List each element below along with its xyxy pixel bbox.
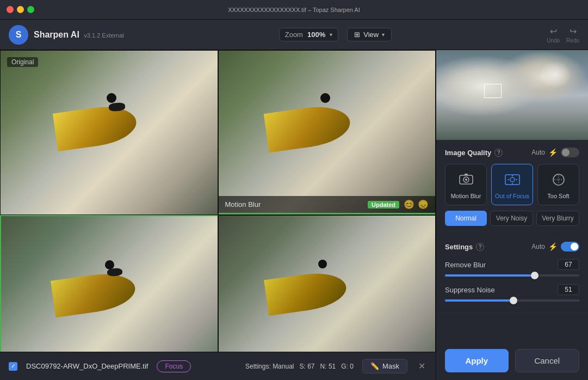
settings-help-icon[interactable]: ? <box>476 243 484 251</box>
model-cards: Motion Blur Out of Focus <box>445 164 579 205</box>
suppress-noise-slider-row: Suppress Noise 51 <box>445 284 579 302</box>
settings-g: G: 0 <box>341 363 354 370</box>
suppress-noise-value[interactable]: 51 <box>558 284 579 295</box>
settings-title: Settings ? <box>445 243 484 251</box>
image-quality-help-icon[interactable]: ? <box>494 149 503 157</box>
out-of-focus-model-icon <box>503 170 522 189</box>
model-card-motion-blur[interactable]: Motion Blur <box>445 164 487 205</box>
remove-blur-fill <box>445 274 535 277</box>
preview-selection-box[interactable] <box>484 84 502 98</box>
apply-button[interactable]: Apply <box>445 349 509 372</box>
zoom-label: Zoom <box>285 30 303 39</box>
bottom-bar: ✓ DSC09792-ARW_DxO_DeepPRIME.tif Focus S… <box>0 352 436 380</box>
mask-button[interactable]: ✏️ Mask <box>362 359 407 373</box>
canvas-cell-motion-blur[interactable]: Motion Blur Updated 😊 😞 <box>218 50 436 215</box>
image-quality-toggle[interactable] <box>561 148 579 157</box>
settings-toggle[interactable] <box>561 242 579 252</box>
header-right: ↩ Undo ↪ Redo <box>547 26 579 44</box>
noise-type-buttons: Normal Very Noisy Very Blurry <box>445 211 579 226</box>
canvas-area: Original Motion Blur Updated 😊 😞 <box>0 50 436 380</box>
too-soft-model-icon <box>549 170 568 189</box>
settings-mode: Manual <box>273 363 294 370</box>
svg-rect-3 <box>465 174 468 175</box>
model-card-too-soft[interactable]: Too Soft <box>537 164 579 205</box>
mask-pencil-icon: ✏️ <box>370 362 379 370</box>
motion-blur-model-icon <box>456 170 476 189</box>
settings-n: N: 51 <box>320 363 336 370</box>
remove-blur-track[interactable] <box>445 274 579 277</box>
svg-point-2 <box>465 179 467 181</box>
noise-btn-very-blurry[interactable]: Very Blurry <box>536 211 579 226</box>
out-of-focus-model-label: Out of Focus <box>495 193 529 199</box>
remove-blur-thumb[interactable] <box>531 272 539 279</box>
undo-redo-group: ↩ Undo ↪ Redo <box>547 26 579 44</box>
image-quality-header: Image Quality ? Auto ⚡ <box>445 148 579 157</box>
fullscreen-button[interactable] <box>27 6 34 13</box>
motion-blur-emoji-row: 😊 😞 <box>404 199 429 210</box>
model-card-out-of-focus[interactable]: Out of Focus <box>491 164 533 205</box>
redo-button[interactable]: ↪ Redo <box>566 26 579 44</box>
suppress-noise-fill <box>445 299 513 302</box>
settings-header: Settings ? Auto ⚡ <box>445 242 579 252</box>
motion-blur-badge: Updated <box>368 201 399 209</box>
focus-button[interactable]: Focus <box>157 360 191 372</box>
thumbs-down-icon[interactable]: 😞 <box>418 199 429 210</box>
suppress-noise-label: Suppress Noise <box>445 286 495 294</box>
zoom-control[interactable]: Zoom 100% ▾ <box>279 28 338 41</box>
close-button[interactable] <box>7 6 14 13</box>
preview-background-detail <box>539 61 572 88</box>
cancel-button[interactable]: Cancel <box>515 349 580 372</box>
image-quality-section: Image Quality ? Auto ⚡ <box>436 140 588 234</box>
minimize-button[interactable] <box>17 6 24 13</box>
header: S Sharpen AI v3.1.2 External Zoom 100% ▾… <box>0 20 588 50</box>
photo-motion-blur <box>219 51 436 214</box>
view-label: View <box>363 30 379 39</box>
settings-label: Settings: <box>245 363 271 370</box>
suppress-noise-thumb[interactable] <box>510 297 517 304</box>
app-name: Sharpen AI <box>34 30 79 39</box>
image-quality-auto: Auto ⚡ <box>531 148 579 157</box>
file-checkbox[interactable]: ✓ <box>9 362 17 371</box>
filename: DSC09792-ARW_DxO_DeepPRIME.tif <box>26 362 148 370</box>
canvas-cell-original[interactable]: Original <box>0 50 218 215</box>
settings-s: S: 67 <box>300 363 315 370</box>
undo-icon: ↩ <box>550 26 557 36</box>
original-label: Original <box>7 57 38 67</box>
close-file-button[interactable]: ✕ <box>416 361 427 372</box>
motion-blur-model-label: Motion Blur <box>451 193 481 199</box>
undo-button[interactable]: ↩ Undo <box>547 26 560 44</box>
thumbs-up-icon[interactable]: 😊 <box>404 199 414 210</box>
settings-section: Settings ? Auto ⚡ Remove Blur 67 <box>436 234 588 310</box>
grid-icon: ⊞ <box>354 30 360 39</box>
remove-blur-slider-header: Remove Blur 67 <box>445 259 579 270</box>
noise-btn-very-noisy[interactable]: Very Noisy <box>490 211 533 226</box>
action-buttons: Apply Cancel <box>436 341 588 380</box>
window-title: XXXXXXXXXXXXXXXXXX.tif – Topaz Sharpen A… <box>228 7 360 13</box>
lightning-icon: ⚡ <box>548 148 558 157</box>
app-logo: S <box>9 25 28 45</box>
settings-auto: Auto ⚡ <box>531 242 579 252</box>
traffic-lights <box>0 6 34 13</box>
remove-blur-slider-row: Remove Blur 67 <box>445 259 579 277</box>
remove-blur-value[interactable]: 67 <box>558 259 579 270</box>
too-soft-model-label: Too Soft <box>547 193 569 199</box>
main-content: Original Motion Blur Updated 😊 😞 <box>0 50 588 380</box>
noise-btn-normal[interactable]: Normal <box>445 211 487 226</box>
right-panel: Image Quality ? Auto ⚡ <box>436 50 588 380</box>
motion-blur-bottom-label: Motion Blur Updated 😊 😞 <box>219 196 436 214</box>
suppress-noise-track[interactable] <box>445 299 579 302</box>
view-button[interactable]: ⊞ View ▾ <box>347 28 392 41</box>
app-version: v3.1.2 External <box>84 32 123 39</box>
photo-original <box>1 51 218 214</box>
title-bar: XXXXXXXXXXXXXXXXXX.tif – Topaz Sharpen A… <box>0 0 588 20</box>
preview-thumbnail <box>436 50 588 140</box>
settings-lightning-icon: ⚡ <box>548 242 558 251</box>
svg-point-5 <box>510 177 515 182</box>
image-quality-title: Image Quality ? <box>445 149 503 157</box>
zoom-chevron-icon: ▾ <box>330 32 332 38</box>
header-center: Zoom 100% ▾ ⊞ View ▾ <box>124 28 547 41</box>
suppress-noise-slider-header: Suppress Noise 51 <box>445 284 579 295</box>
view-chevron-icon: ▾ <box>382 32 385 38</box>
logo-area: S Sharpen AI v3.1.2 External <box>9 25 124 45</box>
remove-blur-label: Remove Blur <box>445 261 486 269</box>
